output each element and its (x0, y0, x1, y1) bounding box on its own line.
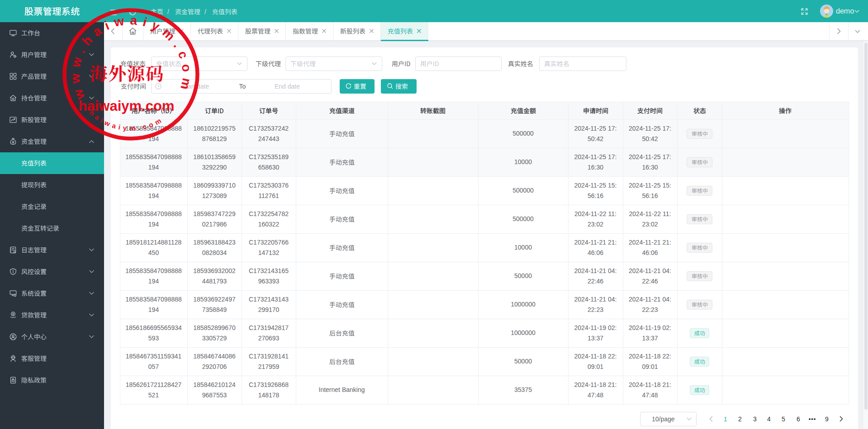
svg-text:haiwaiym.com: haiwaiym.com (79, 98, 175, 114)
